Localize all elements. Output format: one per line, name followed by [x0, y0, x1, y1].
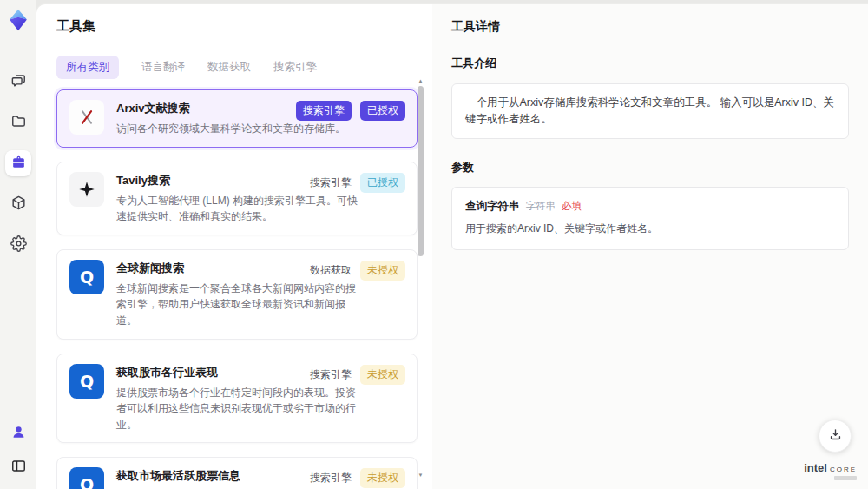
category-tab[interactable]: 搜索引擎 — [273, 56, 317, 79]
folder-icon — [10, 113, 27, 133]
tool-category-badge: 搜索引擎 — [296, 101, 352, 121]
arxiv-logo-icon — [69, 100, 104, 135]
tool-card[interactable]: Q 获取市场最活跃股票信息 提供当天交易量最高的股票列表，投资者可以利用这些信息… — [56, 457, 418, 489]
tool-description: 全球新闻搜索是一个聚合全球各大新闻网站内容的搜索引擎，帮助用户快速获取全球最新资… — [116, 281, 361, 329]
tool-description: 访问各个研究领域大量科学论文和文章的存储库。 — [116, 121, 345, 137]
scrollbar-thumb[interactable] — [418, 86, 424, 256]
parameter-header: 查询字符串 字符串 必填 — [465, 199, 835, 214]
nav-settings[interactable] — [5, 232, 31, 258]
tool-detail-panel: 工具详情 工具介绍 一个用于从Arxiv存储库搜索科学论文和文章的工具。 输入可… — [432, 4, 868, 489]
gear-icon — [10, 235, 27, 255]
nav-models[interactable] — [5, 191, 31, 217]
parameter-required-badge: 必填 — [562, 200, 582, 213]
tool-category-badge: 搜索引擎 — [310, 175, 352, 190]
tool-description: 提供股票市场各个行业在特定时间段内的表现。投资者可以利用这些信息来识别表现优于或… — [116, 385, 361, 433]
category-tab[interactable]: 语言翻译 — [141, 56, 185, 79]
parameter-card: 查询字符串 字符串 必填 用于搜索的Arxiv ID、关键字或作者姓名。 — [451, 187, 849, 250]
tool-card[interactable]: Q 获取股市各行业表现 提供股票市场各个行业在特定时间段内的表现。投资者可以利用… — [56, 354, 418, 444]
intro-section-title: 工具介绍 — [451, 56, 849, 71]
tool-auth-status-badge: 未授权 — [360, 468, 405, 488]
search-q-logo-icon: Q — [69, 467, 104, 489]
intel-core-logo: intel core — [804, 462, 857, 480]
category-tabs: 所有类别语言翻译数据获取搜索引擎 — [56, 56, 431, 79]
tool-card[interactable]: Arxiv文献搜索 访问各个研究领域大量科学论文和文章的存储库。 搜索引擎 已授… — [56, 89, 418, 148]
nav-account[interactable] — [5, 420, 31, 446]
tool-card[interactable]: Q 全球新闻搜索 全球新闻搜索是一个聚合全球各大新闻网站内容的搜索引擎，帮助用户… — [56, 249, 418, 340]
main-surface: 工具集 所有类别语言翻译数据获取搜索引擎 Arxiv文献搜索 访问各个研究领域大… — [36, 4, 868, 489]
tool-category-badge: 数据获取 — [310, 263, 352, 278]
category-tab[interactable]: 所有类别 — [56, 56, 119, 79]
parameter-name: 查询字符串 — [465, 199, 520, 214]
user-icon — [10, 424, 27, 444]
tool-auth-status-badge: 已授权 — [360, 101, 405, 121]
tool-intro-box: 一个用于从Arxiv存储库搜索科学论文和文章的工具。 输入可以是Arxiv ID… — [451, 83, 849, 139]
detail-title: 工具详情 — [451, 19, 849, 35]
icon-rail — [0, 0, 36, 489]
sidebar-collapse[interactable] — [5, 454, 31, 480]
tool-list: Arxiv文献搜索 访问各个研究领域大量科学论文和文章的存储库。 搜索引擎 已授… — [56, 89, 418, 489]
tool-auth-status-badge: 未授权 — [360, 365, 405, 385]
category-tab[interactable]: 数据获取 — [207, 56, 251, 79]
tool-auth-status-badge: 未授权 — [360, 261, 405, 281]
rail-bottom — [5, 420, 31, 480]
chat-icon — [10, 72, 27, 92]
intel-wordmark: intel — [804, 462, 827, 473]
scroll-up-arrow-icon[interactable]: ▲ — [417, 77, 424, 84]
parameter-description: 用于搜索的Arxiv ID、关键字或作者姓名。 — [465, 221, 835, 236]
rail-nav — [5, 69, 31, 258]
tool-description: 专为人工智能代理 (LLM) 构建的搜索引擎工具。可快速提供实时、准确和真实的结… — [116, 193, 361, 225]
tool-intro-text: 一个用于从Arxiv存储库搜索科学论文和文章的工具。 输入可以是Arxiv ID… — [465, 96, 834, 125]
tool-category-badge: 搜索引擎 — [310, 471, 352, 486]
page-title: 工具集 — [56, 18, 431, 35]
search-q-logo-icon: Q — [69, 364, 104, 399]
parameter-type: 字符串 — [526, 200, 556, 213]
cube-icon — [10, 195, 27, 215]
tool-card[interactable]: Tavily搜索 专为人工智能代理 (LLM) 构建的搜索引擎工具。可快速提供实… — [56, 162, 418, 235]
search-q-logo-icon: Q — [69, 260, 104, 294]
nav-chat[interactable] — [5, 69, 31, 95]
intel-sub-mark — [834, 476, 857, 480]
params-section-title: 参数 — [451, 160, 849, 175]
scroll-down-arrow-icon[interactable]: ▼ — [417, 472, 424, 479]
download-button[interactable] — [819, 420, 852, 453]
tool-auth-status-badge: 已授权 — [360, 173, 405, 193]
briefcase-icon — [10, 154, 27, 174]
nav-files[interactable] — [5, 109, 31, 135]
list-scrollbar[interactable]: ▲ ▼ — [417, 77, 424, 479]
sparkle-icon — [69, 172, 104, 207]
app-logo-icon — [6, 8, 30, 32]
tool-category-badge: 搜索引擎 — [310, 367, 352, 382]
tools-panel: 工具集 所有类别语言翻译数据获取搜索引擎 Arxiv文献搜索 访问各个研究领域大… — [36, 4, 431, 489]
panel-toggle-icon — [10, 458, 27, 478]
download-icon — [828, 427, 843, 446]
core-wordmark: core — [830, 463, 857, 473]
nav-tools[interactable] — [5, 150, 31, 176]
